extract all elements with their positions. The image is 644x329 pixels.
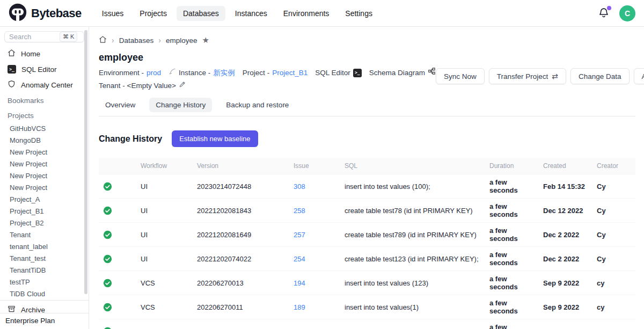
action-buttons: Sync Now Transfer Project ⇄ Change Data … bbox=[436, 68, 644, 84]
chevron-right-icon: › bbox=[158, 36, 161, 45]
creator-cell: Cy bbox=[592, 247, 635, 271]
top-nav-item[interactable]: Instances bbox=[229, 6, 274, 21]
top-navigation-bar: Bytebase Issues Projects Databases Insta… bbox=[0, 0, 644, 27]
sql-cell: insert into test values(1) bbox=[340, 295, 485, 319]
creator-cell: cy bbox=[592, 271, 635, 295]
top-nav-item[interactable]: Projects bbox=[133, 6, 173, 21]
tab[interactable]: Backup and restore bbox=[219, 98, 295, 112]
workflow-cell: UI bbox=[136, 223, 193, 247]
col-created: Created bbox=[539, 158, 592, 174]
favorite-star-icon[interactable]: ★ bbox=[202, 35, 209, 45]
sidebar-item-anomaly-center[interactable]: Anomaly Center bbox=[0, 77, 89, 93]
created-cell: Dec 12 2022 bbox=[539, 199, 592, 223]
transfer-project-button[interactable]: Transfer Project ⇄ bbox=[489, 68, 566, 84]
sidebar-project-item[interactable]: New Project bbox=[0, 158, 89, 170]
top-nav-item[interactable]: Issues bbox=[96, 6, 130, 21]
sidebar-item-label: Home bbox=[21, 50, 40, 58]
alter-schema-button[interactable]: Alter Schema bbox=[634, 68, 644, 84]
sidebar-project-item[interactable]: GitHubVCS bbox=[0, 123, 89, 135]
version-cell: 202206270011 bbox=[193, 295, 289, 319]
issue-link[interactable]: 188 bbox=[294, 327, 305, 329]
created-cell: Feb 14 15:32 bbox=[539, 174, 592, 199]
sidebar-item-sql-editor[interactable]: >_ SQL Editor bbox=[0, 62, 89, 77]
sync-now-button[interactable]: Sync Now bbox=[436, 68, 485, 84]
enterprise-plan-link[interactable]: Enterprise Plan bbox=[0, 313, 89, 329]
top-nav-item[interactable]: Environments bbox=[277, 6, 336, 21]
sidebar-project-item[interactable]: Project_A bbox=[0, 194, 89, 206]
sidebar-project-item[interactable]: testTP bbox=[0, 276, 89, 288]
top-nav-items: Issues Projects Databases Instances Envi… bbox=[96, 6, 379, 21]
schema-diagram-shortcut[interactable]: Schema Diagram bbox=[369, 67, 436, 78]
status-cell bbox=[99, 199, 136, 223]
environment-link[interactable]: prod bbox=[147, 67, 161, 78]
top-nav-item[interactable]: Settings bbox=[339, 6, 379, 21]
sql-cell: insert into test values(1) bbox=[340, 319, 485, 329]
sidebar-project-item[interactable]: Project_B1 bbox=[0, 206, 89, 217]
success-check-icon bbox=[103, 327, 112, 329]
success-check-icon bbox=[103, 303, 112, 312]
notification-dot bbox=[607, 6, 611, 10]
breadcrumb-databases[interactable]: Databases bbox=[119, 36, 154, 45]
sidebar-project-item[interactable]: New Project bbox=[0, 170, 89, 182]
sidebar-project-item[interactable]: Tenant bbox=[0, 229, 89, 241]
sidebar-project-item[interactable]: TenantTiDB bbox=[0, 265, 89, 276]
success-check-icon bbox=[103, 206, 112, 215]
table-row[interactable]: VCS 202206270011 189 insert into test va… bbox=[99, 295, 635, 319]
tab[interactable]: Overview bbox=[99, 98, 142, 112]
sidebar-project-item[interactable]: TiDB Cloud bbox=[0, 288, 89, 300]
issue-link[interactable]: 194 bbox=[294, 279, 305, 287]
success-check-icon bbox=[103, 182, 112, 191]
issue-link[interactable]: 254 bbox=[294, 255, 305, 263]
instance-link[interactable]: 新实例 bbox=[213, 67, 235, 78]
table-row[interactable]: UI 20221202081649 257 create table test7… bbox=[99, 223, 635, 247]
topbar-right: C bbox=[598, 5, 635, 21]
tab[interactable]: Change History bbox=[149, 98, 212, 112]
sidebar-project-item[interactable]: New Project bbox=[0, 147, 89, 158]
table-row[interactable]: VCS 202206270010 188 insert into test va… bbox=[99, 319, 635, 329]
sql-editor-shortcut[interactable]: SQL Editor >_ bbox=[315, 67, 362, 78]
tenant-meta: Tenant - <Empty Value> bbox=[99, 80, 186, 91]
table-row[interactable]: UI 20230214072448 308 insert into test v… bbox=[99, 174, 635, 199]
search-input[interactable] bbox=[9, 33, 57, 41]
search-box: ⌘ K bbox=[4, 31, 84, 42]
edit-pencil-icon[interactable] bbox=[179, 80, 186, 91]
sql-editor-icon: >_ bbox=[8, 65, 16, 74]
sidebar-item-home[interactable]: Home bbox=[0, 46, 89, 62]
establish-baseline-button[interactable]: Establish new baseline bbox=[172, 130, 258, 147]
change-data-button[interactable]: Change Data bbox=[570, 68, 630, 84]
project-link[interactable]: Project_B1 bbox=[272, 67, 308, 78]
table-row[interactable]: UI 20221202081843 258 create table test7… bbox=[99, 199, 635, 223]
user-avatar[interactable]: C bbox=[619, 5, 635, 21]
issue-link[interactable]: 308 bbox=[294, 182, 305, 191]
breadcrumb-employee[interactable]: employee bbox=[166, 36, 197, 45]
sidebar-scrollbar[interactable] bbox=[84, 30, 87, 294]
workflow-cell: VCS bbox=[136, 319, 193, 329]
sidebar-project-item[interactable]: MongoDB bbox=[0, 135, 89, 147]
sidebar-item-label: SQL Editor bbox=[21, 65, 57, 74]
issue-link[interactable]: 257 bbox=[294, 231, 305, 239]
brand-name: Bytebase bbox=[31, 6, 82, 20]
success-check-icon bbox=[103, 254, 112, 264]
status-cell bbox=[99, 295, 136, 319]
project-list: GitHubVCS MongoDB New Project New Projec… bbox=[0, 123, 89, 300]
version-cell: 20230214072448 bbox=[193, 174, 289, 199]
status-cell bbox=[99, 174, 136, 199]
notification-bell-icon[interactable] bbox=[598, 7, 611, 20]
issue-link[interactable]: 189 bbox=[294, 303, 305, 311]
table-row[interactable]: UI 20221202074022 254 create table test1… bbox=[99, 247, 635, 271]
engine-icon bbox=[169, 67, 176, 78]
environment-meta: Environment - prod bbox=[99, 67, 161, 78]
sidebar-project-item[interactable]: Tenant_test bbox=[0, 253, 89, 265]
project-meta: Project - Project_B1 bbox=[243, 67, 308, 78]
sidebar-project-item[interactable]: tenant_label bbox=[0, 241, 89, 253]
top-nav-item[interactable]: Databases bbox=[177, 6, 225, 21]
issue-link[interactable]: 258 bbox=[294, 207, 305, 215]
col-workflow: Workflow bbox=[136, 158, 193, 174]
sidebar-project-item[interactable]: Project_B2 bbox=[0, 217, 89, 229]
home-icon bbox=[8, 49, 16, 59]
breadcrumb-home-icon[interactable] bbox=[99, 35, 107, 45]
sidebar-project-item[interactable]: New Project bbox=[0, 182, 89, 194]
table-row[interactable]: VCS 202206270013 194 insert into test va… bbox=[99, 271, 635, 295]
issue-cell: 308 bbox=[289, 174, 340, 199]
bytebase-logo[interactable]: Bytebase bbox=[9, 3, 82, 24]
